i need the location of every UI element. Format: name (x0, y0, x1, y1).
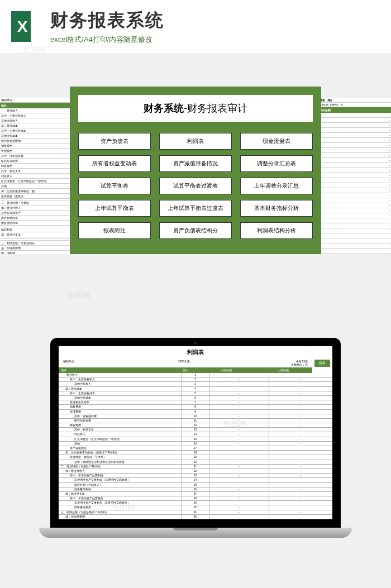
nav-button-10[interactable]: 上年试算平衡表过渡表 (159, 200, 232, 217)
nav-button-3[interactable]: 所有者权益变动表 (78, 155, 151, 172)
nav-button-6[interactable]: 试算平衡表 (78, 178, 151, 194)
bg-left-row: 其中：业务招待费 (0, 154, 73, 159)
nav-button-14[interactable]: 利润表结构分析 (240, 222, 313, 239)
row-name: 其他 (59, 442, 182, 446)
bg-left-row: 利息收入 (0, 174, 73, 179)
nav-button-0[interactable]: 资产负债表 (78, 133, 151, 150)
bg-left-unit: 编制单位： (0, 98, 73, 103)
row-num: 5 (182, 391, 209, 395)
row-prev: - (269, 423, 332, 427)
nav-button-4[interactable]: 资产减值准备情况 (159, 155, 232, 172)
row-prev: - (269, 432, 332, 436)
bg-right-row: - (318, 198, 391, 203)
bg-left-row: 其中非流动资产 (0, 211, 73, 216)
page-title: 财务报表系统 (50, 8, 164, 33)
bg-right-row: - (318, 173, 391, 178)
nav-button-9[interactable]: 上年试算平衡表 (78, 200, 151, 217)
profit-row: 非货币性资产交换利得（非货币性交易收益）24 (59, 478, 332, 482)
row-current: - (209, 455, 270, 459)
excel-icon-letter: X (17, 18, 28, 36)
row-num: 1 (182, 373, 209, 377)
row-name: 减：所得税费用 (59, 515, 182, 519)
profit-row: 加：营业外收入22-- (59, 469, 332, 474)
profit-row: 营业税金及附加7-- (59, 400, 332, 405)
bg-left-row: 减：营业成本 (0, 123, 73, 128)
profit-row: 减：营业成本4-- (59, 387, 332, 391)
bg-right-row: - (318, 243, 391, 248)
bg-right-row: - (318, 208, 391, 213)
profit-row: 一、营业收入1-- (59, 373, 332, 377)
row-name: 财务费用 (59, 423, 182, 427)
bg-right-row: - (318, 123, 391, 128)
profit-row: 其中：利息支出13-- (59, 428, 332, 432)
row-name: 其中：非流动资产处置损失 (59, 496, 182, 500)
row-current: - (209, 442, 270, 446)
row-current (209, 501, 270, 505)
row-current: - (209, 423, 270, 427)
bg-right-row: - (318, 228, 391, 233)
bg-left-row: 三、利润总额（亏损总额以 (0, 241, 73, 246)
bg-right-row: - (318, 254, 391, 254)
profit-row: 减：所得税费用32 (59, 515, 332, 519)
row-prev: - (269, 510, 332, 514)
profit-row: 非货币性资产交换损失（非货币性交易损失）29 (59, 501, 332, 505)
nav-button-8[interactable]: 上年调整分录汇总 (240, 178, 313, 194)
nav-button-1[interactable]: 利润表 (159, 133, 232, 150)
nav-button-11[interactable]: 基本财务指标分析 (240, 200, 313, 217)
row-num: 15 (182, 437, 209, 441)
row-prev: - (269, 396, 332, 400)
row-prev: - (269, 487, 332, 491)
bg-right-row: - (318, 238, 391, 243)
row-prev: - (269, 410, 332, 414)
row-name: 管理费用 (59, 410, 182, 414)
row-prev (269, 446, 332, 450)
row-name: 营业税金及附加 (59, 400, 182, 404)
profit-row: 其中：业务招待费10-- (59, 414, 332, 419)
panel-title-thin: -财务报表审计 (184, 103, 247, 114)
profit-row: 三、利润总额（亏损总额以"-"号填列）31-- (59, 510, 332, 515)
row-name: 其中：利息支出 (59, 428, 182, 432)
nav-button-7[interactable]: 试算平衡表过渡表 (159, 178, 232, 194)
row-name: 其他业务收入 (59, 382, 182, 386)
bg-left-row: 销售费用 (0, 144, 73, 149)
bg-left-row: 二、营业利润（亏损以 (0, 200, 73, 205)
row-num: 21 (182, 465, 209, 469)
profit-row: 其中：非流动资产处置损失28-- (59, 496, 332, 501)
bg-right-row: - (318, 118, 391, 123)
row-current: - (209, 391, 270, 395)
profit-row: 其他业务成本6-- (59, 396, 332, 400)
row-prev: - (269, 492, 332, 496)
nav-button-13[interactable]: 资产负债表结构分 (159, 222, 232, 239)
row-num: 25 (182, 483, 209, 487)
row-current: - (209, 474, 270, 477)
row-current (209, 451, 270, 455)
row-prev: - (269, 377, 332, 381)
row-num: 8 (182, 405, 209, 409)
header-col-prev: 上期金额 (254, 369, 312, 372)
bg-left-row: 管理费用 (0, 149, 73, 154)
row-num: 26 (182, 487, 209, 491)
row-num: 16 (182, 442, 209, 446)
nav-button-2[interactable]: 现金流量表 (240, 133, 313, 150)
row-name: 投资收益（损失以"-"号填列） (59, 455, 182, 459)
row-prev: - (269, 400, 332, 404)
mulu-button[interactable]: 目录 (314, 360, 330, 367)
row-num: 9 (182, 410, 209, 414)
profit-row: 研究与开发费11-- (59, 419, 332, 423)
nav-button-5[interactable]: 调整分录汇总表 (240, 155, 313, 172)
profit-row: 债务重组损失30-- (59, 505, 332, 510)
row-name: 汇兑净损失（汇兑净收益以"-"号填列） (59, 437, 182, 441)
bg-left-row: 其中：利息支出 (0, 169, 73, 174)
row-current: - (209, 387, 270, 391)
row-name: 其他业务成本 (59, 396, 182, 400)
unit-label: 编制单位： (63, 360, 77, 366)
row-prev (269, 501, 332, 505)
header-col-current: 本期金额 (198, 369, 254, 372)
profit-row: 其中：非流动资产处置利得23-- (59, 474, 332, 478)
row-name: 减：营业外支出 (59, 492, 182, 496)
row-prev: - (269, 437, 332, 441)
nav-button-12[interactable]: 报表附注 (78, 222, 151, 239)
row-prev: - (269, 382, 332, 386)
row-prev: - (269, 419, 332, 423)
row-name: 非货币性资产交换损失（非货币性交易损失） (59, 501, 182, 505)
